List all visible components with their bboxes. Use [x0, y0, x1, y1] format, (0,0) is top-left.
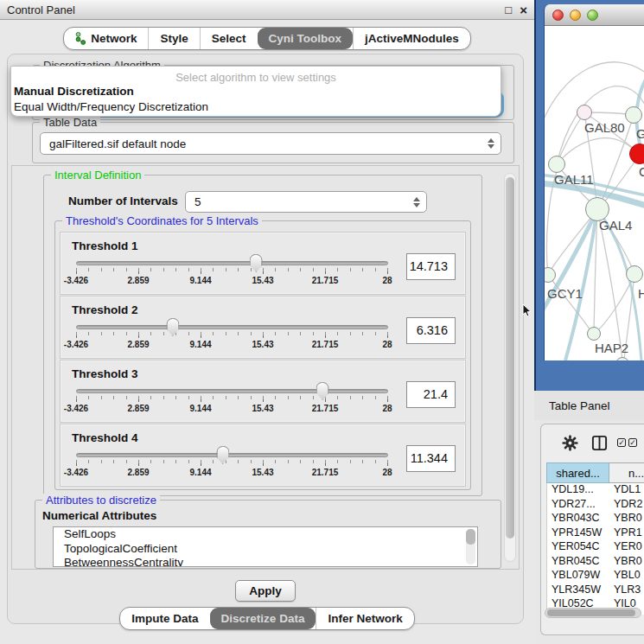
node-table: shared... n... YDL19...YDL1 YDR27...YDR2… [546, 462, 644, 615]
tab-select[interactable]: Select [200, 28, 258, 49]
attributes-group-title: Attributes to discretize [42, 494, 160, 507]
table-header-row: shared... n... [546, 462, 644, 483]
table-panel: ✓ ✓ shared... n... YDL19...YDL1 YDR27...… [540, 424, 644, 635]
network-window-titlebar[interactable] [545, 4, 644, 26]
close-traffic-light-icon[interactable] [552, 10, 564, 21]
slider-track[interactable] [76, 261, 388, 265]
list-item[interactable]: SelfLoops [54, 527, 477, 542]
interval-definition-group: Interval Definition Number of Intervals … [43, 175, 482, 496]
tab-cyni-toolbox[interactable]: Cyni Toolbox [258, 28, 354, 49]
threshold-3-slider[interactable]: -3.4262.8599.14415.4321.71528 [76, 385, 388, 421]
float-window-icon[interactable]: □ [505, 0, 512, 19]
tab-infer-network[interactable]: Infer Network [316, 608, 413, 629]
column-header-shared-name[interactable]: shared... [546, 462, 609, 483]
network-node[interactable] [587, 327, 601, 341]
threshold-1-box: Threshold 1 -3.4262.8599.14415.4321.7152… [60, 232, 466, 295]
node-label: GAL11 [554, 172, 594, 187]
list-scrollbar[interactable] [466, 529, 475, 564]
table-row[interactable]: YDL19...YDL1 [547, 483, 644, 498]
table-row[interactable]: YPR145WYPR1 [547, 526, 644, 541]
table-row[interactable]: YBR043CYBR0 [547, 512, 644, 526]
table-data-combobox-value: galFiltered.sif default node [49, 137, 186, 150]
tab-network[interactable]: Network [64, 28, 148, 49]
table-row[interactable]: YDR27...YDR2 [547, 498, 644, 513]
checked-checkbox-icon[interactable]: ✓ [617, 438, 626, 447]
attributes-to-discretize-group: Attributes to discretize Numerical Attri… [35, 500, 501, 569]
slider-track[interactable] [76, 453, 388, 457]
checked-checkbox-icon[interactable]: ✓ [628, 438, 637, 447]
threshold-2-slider[interactable]: -3.4262.8599.14415.4321.71528 [76, 321, 388, 357]
tab-jactivemnodules[interactable]: jActiveMNodules [353, 28, 470, 49]
threshold-4-value-field[interactable]: 11.344 [406, 445, 456, 472]
close-window-icon[interactable]: × [520, 0, 527, 19]
node-label: GCY1 [547, 286, 583, 301]
slider-track[interactable] [76, 325, 388, 329]
threshold-3-value-field[interactable]: 21.4 [406, 381, 456, 408]
slider-minor-ticks [76, 396, 389, 399]
control-panel-titlebar: Control Panel □ × [0, 0, 534, 20]
network-node[interactable] [625, 106, 642, 124]
control-panel-window: Control Panel □ × Network Style Select C… [0, 0, 534, 644]
table-panel-toolbar: ✓ ✓ [541, 424, 644, 462]
minimize-traffic-light-icon[interactable] [570, 10, 581, 21]
node-label: HAP2 [595, 341, 628, 355]
gear-icon[interactable] [562, 435, 578, 451]
checkbox-filter-icons[interactable]: ✓ ✓ [617, 438, 637, 447]
table-data-group-title: Table Data [40, 116, 100, 129]
cyni-toolbox-panel: Discretization Algorithm Table Data galF… [7, 54, 524, 624]
threshold-4-slider[interactable]: -3.4262.8599.14415.4321.71528 [76, 449, 388, 485]
interval-definition-group-title: Interval Definition [51, 169, 144, 182]
tab-style[interactable]: Style [148, 28, 199, 49]
node-label: GAL4 [599, 218, 632, 233]
threshold-2-box: Threshold 2 -3.4262.8599.14415.4321.7152… [60, 296, 466, 359]
threshold-1-label: Threshold 1 [72, 239, 138, 252]
table-body: YDL19...YDL1 YDR27...YDR2 YBR043CYBR0 YP… [546, 483, 644, 615]
network-edges [545, 26, 644, 360]
table-row[interactable]: YER054CYER0 [547, 540, 644, 555]
table-row[interactable]: YBR045CYBR0 [547, 555, 644, 570]
apply-button[interactable]: Apply [235, 580, 296, 602]
slider-minor-ticks [76, 332, 389, 335]
popup-item-equal-width-frequency[interactable]: Equal Width/Frequency Discretization [11, 99, 501, 115]
node-label: G [636, 126, 644, 141]
table-data-combobox[interactable]: galFiltered.sif default node [40, 132, 501, 155]
threshold-4-label: Threshold 4 [72, 431, 138, 444]
settings-scroll-area: Interval Definition Number of Intervals … [11, 165, 520, 570]
network-view-window: GAL80 G C GAL11 GAL4 GCY1 H HAP2 [544, 4, 644, 360]
threshold-1-slider[interactable]: -3.4262.8599.14415.4321.71528 [76, 257, 388, 293]
tab-discretize-data[interactable]: Discretize Data [210, 608, 316, 629]
mouse-cursor [522, 304, 532, 317]
number-of-intervals-label: Number of Intervals [68, 194, 178, 207]
table-row[interactable]: YLR345WYLR3 [547, 583, 644, 598]
network-node-selected[interactable] [629, 143, 644, 164]
list-item[interactable]: TopologicalCoefficient [54, 542, 477, 557]
threshold-1-value-field[interactable]: 14.713 [406, 253, 456, 280]
table-horizontal-scrollbar[interactable] [545, 608, 641, 618]
numerical-attributes-list[interactable]: SelfLoops TopologicalCoefficient Between… [53, 526, 478, 567]
network-canvas[interactable]: GAL80 G C GAL11 GAL4 GCY1 H HAP2 [545, 26, 644, 360]
network-node[interactable] [626, 265, 643, 283]
slider-track[interactable] [76, 389, 388, 393]
columns-icon[interactable] [591, 435, 608, 451]
column-header-name[interactable]: n... [609, 462, 644, 483]
table-row[interactable]: YBL079WYBL0 [547, 569, 644, 583]
popup-item-manual-discretization[interactable]: Manual Discretization [11, 84, 501, 99]
network-icon [75, 32, 86, 45]
tab-impute-data[interactable]: Impute Data [120, 608, 209, 629]
settings-vertical-scrollbar[interactable] [504, 173, 516, 562]
number-of-intervals-combobox[interactable]: 5 [185, 191, 427, 213]
threshold-4-box: Threshold 4 -3.4262.8599.14415.4321.7152… [60, 424, 466, 487]
combobox-spinner-icon [488, 138, 494, 149]
zoom-traffic-light-icon[interactable] [587, 10, 598, 21]
list-item[interactable]: BetweennessCentrality [54, 556, 477, 567]
threshold-coordinates-group: Threshold's Coordinates for 5 Intervals … [54, 220, 471, 490]
network-window-frame: GAL80 G C GAL11 GAL4 GCY1 H HAP2 [534, 0, 644, 391]
network-node[interactable] [577, 105, 592, 120]
threshold-3-box: Threshold 3 -3.4262.8599.14415.4321.7152… [60, 360, 466, 423]
slider-minor-ticks [76, 268, 389, 271]
threshold-2-value-field[interactable]: 6.316 [406, 317, 456, 344]
slider-minor-ticks [76, 460, 389, 463]
network-node[interactable] [548, 156, 565, 173]
table-data-group: Table Data galFiltered.sif default node [32, 122, 514, 163]
node-label: H [638, 286, 644, 301]
